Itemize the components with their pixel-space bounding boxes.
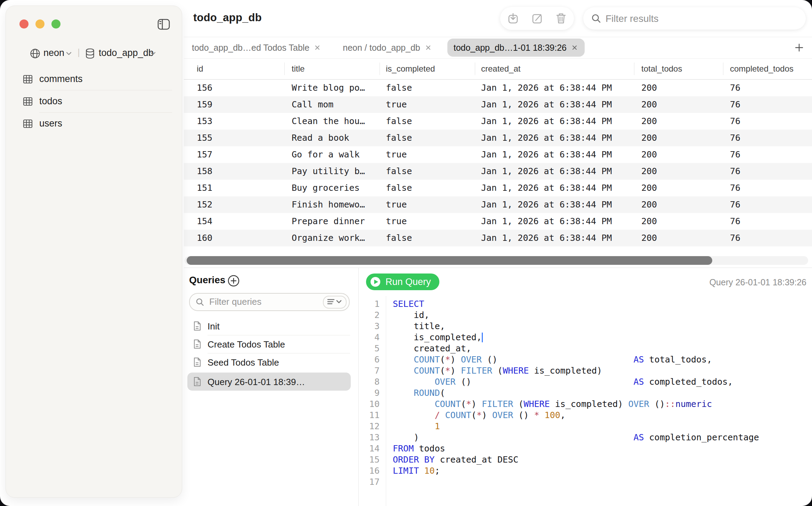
column-header-total_todos[interactable]: total_todos [641,58,682,79]
table-cell[interactable]: 154 [197,213,212,230]
code-line[interactable] [393,476,811,488]
close-tab-icon[interactable] [571,44,578,51]
export-icon[interactable] [507,13,519,24]
table-cell[interactable]: 152 [197,196,212,213]
table-cell[interactable]: 155 [197,130,212,146]
close-window-button[interactable] [19,19,29,28]
table-cell[interactable]: false [386,163,412,180]
code-line[interactable]: ) AS completion_percentage [393,432,811,443]
filter-queries-input[interactable] [209,294,307,310]
table-cell[interactable]: 157 [197,146,212,163]
table-cell[interactable]: 76 [730,196,740,213]
table-cell[interactable]: Read a book [292,130,349,146]
table-cell[interactable]: 160 [197,230,212,246]
table-cell[interactable]: Jan 1, 2026 at 6:38:44 PM [481,196,612,213]
code-line[interactable]: OVER () AS completed_todos, [393,376,811,387]
table-cell[interactable]: false [386,230,412,246]
table-cell[interactable]: 76 [730,163,740,180]
table-cell[interactable]: true [386,196,407,213]
code-line[interactable]: is_completed, [393,332,811,343]
code-line[interactable]: ORDER BY created_at DESC [393,454,811,465]
table-row[interactable]: 159Call momtrueJan 1, 2026 at 6:38:44 PM… [184,96,812,113]
table-cell[interactable]: true [386,96,407,113]
queries-editor-divider[interactable] [358,268,359,506]
column-divider[interactable] [284,63,285,75]
table-cell[interactable]: 158 [197,163,212,180]
table-cell[interactable]: 76 [730,180,740,196]
table-cell[interactable]: 76 [730,230,740,246]
sidebar-item-todos[interactable]: todos [6,90,182,113]
table-cell[interactable]: 200 [641,213,657,230]
table-cell[interactable]: 76 [730,213,740,230]
table-row[interactable]: 153Clean the hou…falseJan 1, 2026 at 6:3… [184,113,812,130]
table-cell[interactable]: Clean the hou… [292,113,365,130]
tab[interactable]: todo_app_db…1-01 18:39:26 [447,39,585,57]
query-list-item[interactable]: Query 26-01-01 18:39… [187,373,351,391]
table-cell[interactable]: false [386,180,412,196]
column-divider[interactable] [380,63,380,75]
code-line[interactable]: LIMIT 10; [393,465,811,476]
table-cell[interactable]: Jan 1, 2026 at 6:38:44 PM [481,130,612,146]
table-cell[interactable]: 76 [730,113,740,130]
table-cell[interactable]: Finish homewo… [292,196,365,213]
connection-name[interactable]: neon [43,48,64,58]
table-cell[interactable]: false [386,130,412,146]
table-cell[interactable]: Jan 1, 2026 at 6:38:44 PM [481,146,612,163]
table-cell[interactable]: Jan 1, 2026 at 6:38:44 PM [481,96,612,113]
table-cell[interactable]: 156 [197,80,212,96]
edit-icon[interactable] [531,13,543,24]
code-line[interactable]: 1 [393,421,811,432]
table-cell[interactable]: Prepare dinner [292,213,365,230]
table-cell[interactable]: 153 [197,113,212,130]
table-row[interactable]: 156Write blog po…falseJan 1, 2026 at 6:3… [184,80,812,96]
column-divider[interactable] [475,63,475,75]
table-cell[interactable]: Write blog po… [292,80,365,96]
code-line[interactable]: FROM todos [393,443,811,454]
close-tab-icon[interactable] [314,44,321,51]
tab[interactable]: todo_app_db…ed Todos Table [186,39,327,57]
table-cell[interactable]: true [386,213,407,230]
table-cell[interactable]: false [386,80,412,96]
table-cell[interactable]: 200 [641,196,657,213]
column-header-created_at[interactable]: created_at [481,58,520,79]
sql-editor[interactable]: SELECT id, title, is_completed, created_… [393,299,811,488]
chevron-down-icon[interactable] [150,51,156,56]
table-cell[interactable]: 200 [641,230,657,246]
table-cell[interactable]: 76 [730,96,740,113]
table-cell[interactable]: 200 [641,130,657,146]
table-cell[interactable]: 200 [641,113,657,130]
table-row[interactable]: 157Go for a walktrueJan 1, 2026 at 6:38:… [184,146,812,163]
table-cell[interactable]: Pay utility b… [292,163,365,180]
query-list-item[interactable]: Create Todos Table [187,335,351,353]
table-cell[interactable]: Go for a walk [292,146,360,163]
bottom-panel-divider[interactable] [184,268,812,268]
table-cell[interactable]: 159 [197,96,212,113]
code-line[interactable]: COUNT(*) FILTER (WHERE is_completed) OVE… [393,399,811,410]
table-row[interactable]: 154Prepare dinnertrueJan 1, 2026 at 6:38… [184,213,812,230]
column-divider[interactable] [723,63,723,75]
table-cell[interactable]: Call mom [292,96,333,113]
tab[interactable]: neon / todo_app_db [336,39,438,57]
table-cell[interactable]: 200 [641,80,657,96]
zoom-window-button[interactable] [51,19,60,28]
sidebar-item-users[interactable]: users [6,113,182,135]
column-header-title[interactable]: title [292,58,304,79]
table-cell[interactable]: Jan 1, 2026 at 6:38:44 PM [481,213,612,230]
table-row[interactable]: 151Buy groceriesfalseJan 1, 2026 at 6:38… [184,180,812,196]
table-cell[interactable]: 200 [641,163,657,180]
table-cell[interactable]: Buy groceries [292,180,360,196]
table-cell[interactable]: false [386,113,412,130]
table-row[interactable]: 152Finish homewo…trueJan 1, 2026 at 6:38… [184,196,812,213]
table-cell[interactable]: 200 [641,96,657,113]
table-cell[interactable]: 151 [197,180,212,196]
table-row[interactable]: 160Organize work…falseJan 1, 2026 at 6:3… [184,230,812,246]
code-line[interactable]: created_at, [393,343,811,354]
chevron-down-icon[interactable] [66,51,72,56]
close-tab-icon[interactable] [424,44,432,51]
table-cell[interactable]: Organize work… [292,230,365,246]
table-cell[interactable]: Jan 1, 2026 at 6:38:44 PM [481,113,612,130]
table-cell[interactable]: true [386,146,407,163]
query-list-item[interactable]: Seed Todos Table [187,353,351,371]
table-row[interactable]: 155Read a bookfalseJan 1, 2026 at 6:38:4… [184,130,812,146]
table-cell[interactable]: Jan 1, 2026 at 6:38:44 PM [481,80,612,96]
